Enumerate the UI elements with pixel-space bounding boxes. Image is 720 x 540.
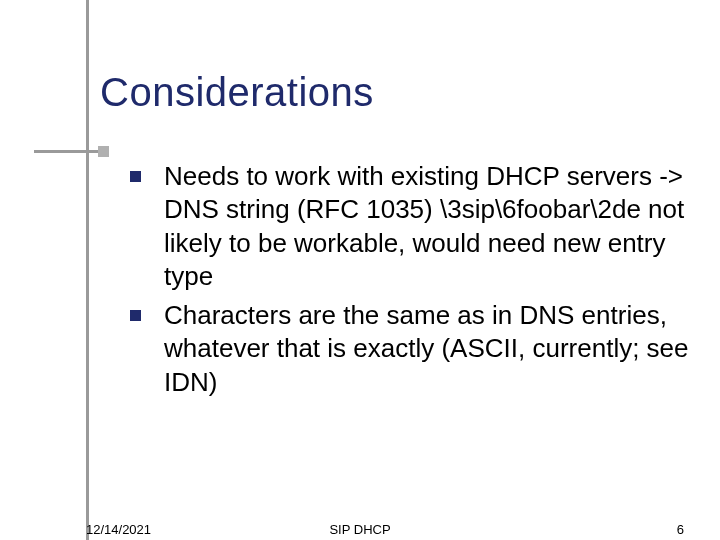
slide-title: Considerations — [100, 70, 374, 115]
bullet-text: Needs to work with existing DHCP servers… — [164, 161, 684, 291]
bullet-text: Characters are the same as in DNS entrie… — [164, 300, 689, 397]
slide: Considerations Needs to work with existi… — [0, 0, 720, 540]
slide-body: Needs to work with existing DHCP servers… — [130, 160, 690, 405]
decorative-horizontal-line — [34, 150, 104, 153]
footer-title: SIP DHCP — [0, 522, 720, 537]
decorative-vertical-line — [86, 0, 89, 540]
list-item: Needs to work with existing DHCP servers… — [130, 160, 690, 293]
list-item: Characters are the same as in DNS entrie… — [130, 299, 690, 399]
square-bullet-icon — [130, 310, 141, 321]
square-bullet-icon — [130, 171, 141, 182]
footer-page-number: 6 — [677, 522, 684, 537]
